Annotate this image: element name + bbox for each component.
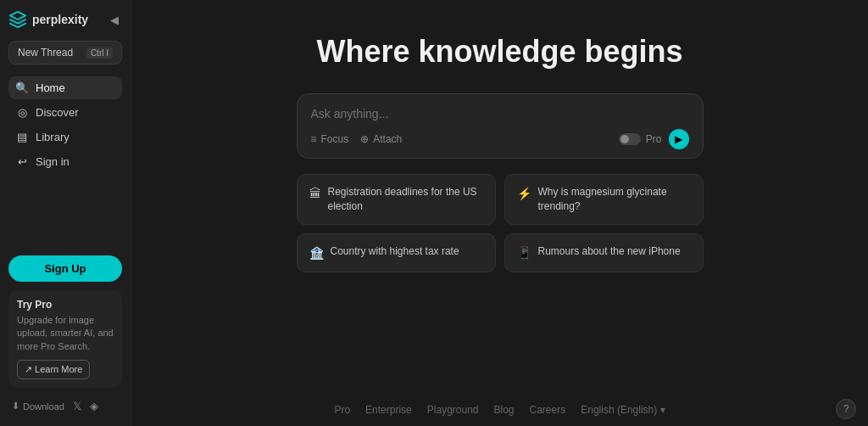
focus-button[interactable]: ≡ Focus <box>311 133 349 145</box>
learn-more-button[interactable]: ↗ Learn More <box>17 360 90 379</box>
footer-link-enterprise[interactable]: Enterprise <box>365 404 412 416</box>
suggestion-text-3: Rumours about the new iPhone <box>538 244 681 259</box>
suggestion-card-2[interactable]: 🏦 Country with highest tax rate <box>297 233 496 273</box>
suggestions-grid: 🏛 Registration deadlines for the US elec… <box>297 174 704 272</box>
search-tools-right: Pro ▶ <box>619 129 689 149</box>
hero-title: Where knowledge begins <box>316 34 682 70</box>
sidebar-item-signin[interactable]: ↩ Sign in <box>8 150 122 173</box>
footer-link-language[interactable]: English (English) ▾ <box>581 404 665 416</box>
home-icon: 🔍 <box>15 81 29 94</box>
suggestion-card-0[interactable]: 🏛 Registration deadlines for the US elec… <box>297 174 496 225</box>
suggestion-text-0: Registration deadlines for the US electi… <box>328 185 483 214</box>
perplexity-logo-icon <box>8 10 27 29</box>
sidebar: perplexity ◀ New Thread Ctrl I 🔍 Home ◎ … <box>0 0 131 426</box>
toggle-circle[interactable] <box>619 133 641 145</box>
footer-link-careers[interactable]: Careers <box>530 404 566 416</box>
sidebar-item-library[interactable]: ▤ Library <box>8 126 122 149</box>
sidebar-nav: 🔍 Home ◎ Discover ▤ Library ↩ Sign in <box>8 76 122 173</box>
suggestion-emoji-0: 🏛 <box>309 186 321 203</box>
new-thread-kbd: Ctrl I <box>86 48 113 59</box>
pro-label: Pro <box>646 133 662 145</box>
sidebar-footer: ⬇ Download 𝕏 ◈ <box>8 396 122 416</box>
main-footer: Pro Enterprise Playground Blog Careers E… <box>131 404 868 416</box>
main-content: Where knowledge begins ≡ Focus ⊕ Attach <box>131 0 868 426</box>
search-toolbar: ≡ Focus ⊕ Attach Pro ▶ <box>311 129 689 149</box>
send-button[interactable]: ▶ <box>669 129 689 149</box>
footer-link-playground[interactable]: Playground <box>427 404 479 416</box>
logo-area: perplexity <box>8 10 88 29</box>
sidebar-header: perplexity ◀ <box>8 10 122 29</box>
new-thread-button[interactable]: New Thread Ctrl I <box>8 41 122 64</box>
footer-link-blog[interactable]: Blog <box>494 404 515 416</box>
discord-icon[interactable]: ◈ <box>90 400 98 412</box>
search-box: ≡ Focus ⊕ Attach Pro ▶ <box>297 93 704 159</box>
sidebar-item-discover-label: Discover <box>36 106 79 119</box>
sidebar-item-library-label: Library <box>36 131 70 143</box>
library-icon: ▤ <box>15 131 29 143</box>
signin-icon: ↩ <box>15 155 29 168</box>
attach-label: Attach <box>373 133 402 145</box>
signup-button[interactable]: Sign Up <box>8 255 122 282</box>
footer-link-pro[interactable]: Pro <box>334 404 350 416</box>
attach-button[interactable]: ⊕ Attach <box>360 133 402 145</box>
logo-text: perplexity <box>32 13 88 26</box>
search-tools-left: ≡ Focus ⊕ Attach <box>311 133 403 145</box>
suggestion-card-1[interactable]: ⚡ Why is magnesium glycinate trending? <box>504 174 704 225</box>
download-button[interactable]: ⬇ Download <box>12 401 64 412</box>
focus-icon: ≡ <box>311 133 317 145</box>
sidebar-item-home[interactable]: 🔍 Home <box>8 76 122 99</box>
sidebar-item-home-label: Home <box>36 81 65 94</box>
suggestion-card-3[interactable]: 📱 Rumours about the new iPhone <box>504 233 704 273</box>
collapse-button[interactable]: ◀ <box>107 12 122 28</box>
sidebar-item-signin-label: Sign in <box>36 155 70 168</box>
download-icon: ⬇ <box>12 401 19 412</box>
suggestion-emoji-3: 📱 <box>517 245 531 262</box>
discover-icon: ◎ <box>15 106 29 119</box>
download-label-text: Download <box>23 401 64 412</box>
new-thread-label: New Thread <box>18 47 73 59</box>
twitter-icon[interactable]: 𝕏 <box>73 400 81 412</box>
suggestion-text-2: Country with highest tax rate <box>331 244 459 259</box>
suggestion-emoji-2: 🏦 <box>309 245 324 262</box>
toggle-dot <box>620 135 629 143</box>
try-pro-desc: Upgrade for image upload, smarter AI, an… <box>17 314 114 353</box>
sidebar-item-discover[interactable]: ◎ Discover <box>8 101 122 124</box>
suggestion-emoji-1: ⚡ <box>517 186 531 203</box>
help-button[interactable]: ? <box>836 399 856 419</box>
suggestion-text-1: Why is magnesium glycinate trending? <box>538 185 691 214</box>
try-pro-box: Try Pro Upgrade for image upload, smarte… <box>8 290 122 388</box>
attach-icon: ⊕ <box>360 133 369 145</box>
search-input[interactable] <box>311 107 689 121</box>
try-pro-title: Try Pro <box>17 299 114 311</box>
focus-label: Focus <box>321 133 349 145</box>
pro-toggle[interactable]: Pro <box>619 133 662 145</box>
